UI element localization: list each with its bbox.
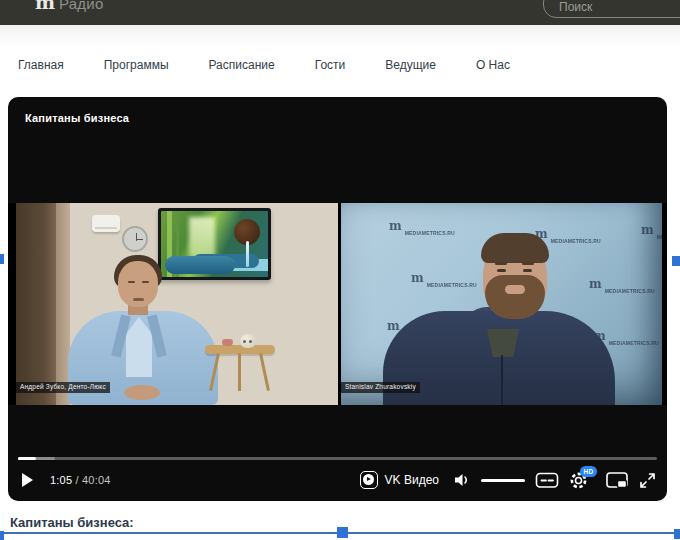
settings-gear-icon[interactable]: HD bbox=[569, 470, 596, 490]
video-frame[interactable]: Андрей Зубко, Денто-Люкс m MEDIAMETRICS.… bbox=[8, 203, 667, 405]
vk-video-brand[interactable]: VK Видео bbox=[360, 471, 439, 489]
air-conditioner bbox=[92, 215, 120, 232]
site-logo[interactable]: m Радио bbox=[35, 0, 103, 13]
wall-clock bbox=[122, 226, 148, 252]
progress-played bbox=[18, 457, 36, 460]
left-speaker-hands bbox=[124, 385, 160, 400]
left-speaker-feed: Андрей Зубко, Денто-Люкс bbox=[16, 203, 338, 405]
header-shadow bbox=[0, 25, 680, 47]
right-speaker-face bbox=[479, 233, 551, 321]
office-door bbox=[16, 203, 56, 405]
side-table bbox=[205, 345, 275, 405]
site-header: m Радио bbox=[0, 0, 680, 25]
pip-icon[interactable] bbox=[606, 471, 629, 489]
right-speaker-name-label: Stanislav Zhurakovskiy bbox=[341, 382, 420, 394]
selection-handle-bottom-center[interactable] bbox=[337, 527, 348, 538]
nav-item-home[interactable]: Главная bbox=[18, 58, 64, 72]
skull-ornament bbox=[240, 334, 256, 348]
volume-slider[interactable] bbox=[481, 479, 525, 482]
selection-handle-mid-left[interactable] bbox=[0, 254, 4, 264]
volume-icon[interactable] bbox=[453, 472, 471, 488]
vk-video-icon bbox=[360, 471, 378, 489]
subtitles-icon[interactable] bbox=[535, 471, 559, 489]
nav-item-guests[interactable]: Гости bbox=[315, 58, 346, 72]
cup bbox=[222, 339, 233, 346]
vk-video-label: VK Видео bbox=[385, 473, 439, 487]
logo-text: Радио bbox=[59, 0, 103, 12]
left-speaker-name-label: Андрей Зубко, Денто-Люкс bbox=[16, 382, 110, 394]
page: m Радио Главная Программы Расписание Гос… bbox=[0, 0, 680, 540]
video-player[interactable]: Капитаны бизнеса bbox=[8, 97, 667, 501]
right-speaker-feed: m MEDIAMETRICS.RU m MEDIAMETRICS.RU m ME… bbox=[341, 203, 662, 405]
video-title-overlay: Капитаны бизнеса bbox=[25, 112, 129, 124]
hd-quality-badge: HD bbox=[580, 466, 597, 477]
play-button[interactable] bbox=[22, 473, 33, 487]
logo-m-glyph: m bbox=[35, 0, 55, 13]
main-nav: Главная Программы Расписание Гости Ведущ… bbox=[18, 58, 510, 72]
right-speaker bbox=[341, 203, 662, 405]
selection-handle-bottom-right[interactable] bbox=[674, 529, 680, 539]
page-heading: Капитаны бизнеса: bbox=[10, 515, 134, 530]
player-controls: 1:05 / 40:04 VK Видео bbox=[8, 466, 667, 494]
fullscreen-icon[interactable] bbox=[639, 472, 656, 489]
selection-handle-mid-right[interactable] bbox=[672, 256, 680, 266]
selection-handle-bottom-left[interactable] bbox=[0, 531, 4, 540]
nav-item-hosts[interactable]: Ведущие bbox=[385, 58, 436, 72]
time-display: 1:05 / 40:04 bbox=[50, 474, 111, 486]
search-input[interactable] bbox=[543, 0, 680, 18]
nav-item-programs[interactable]: Программы bbox=[104, 58, 169, 72]
progress-bar[interactable] bbox=[18, 457, 657, 460]
nav-item-about[interactable]: О Нас bbox=[476, 58, 510, 72]
tv-water-stream bbox=[246, 241, 249, 267]
nav-item-schedule[interactable]: Расписание bbox=[209, 58, 275, 72]
